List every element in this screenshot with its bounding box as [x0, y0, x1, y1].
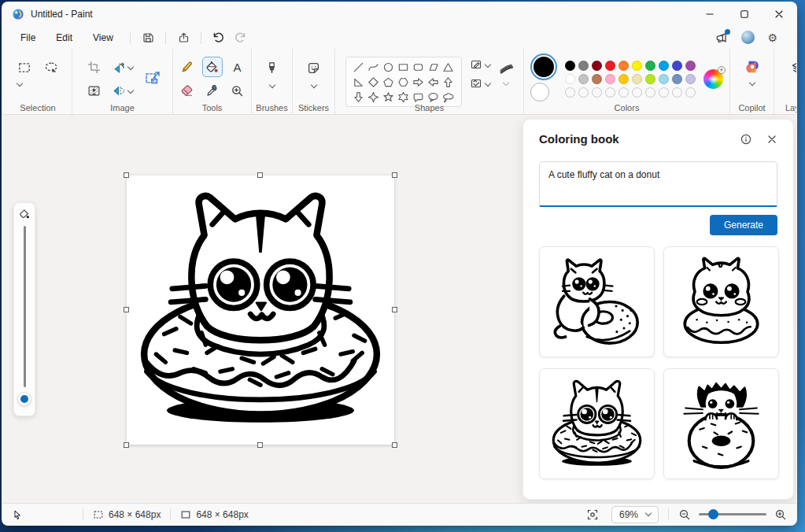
- maximize-button[interactable]: [727, 2, 762, 26]
- shape-right-triangle-icon[interactable]: [353, 76, 364, 88]
- color-swatch[interactable]: [592, 74, 602, 84]
- copilot-dropdown[interactable]: [750, 80, 755, 90]
- zoom-slider-track[interactable]: [699, 513, 766, 515]
- color-swatch[interactable]: [645, 61, 655, 71]
- color-swatch[interactable]: [578, 74, 589, 84]
- shape-triangle-icon[interactable]: [442, 61, 454, 73]
- background-color-swatch[interactable]: [530, 83, 549, 102]
- shape-arrow-right-icon[interactable]: [412, 76, 424, 88]
- resize-image-button[interactable]: [141, 67, 164, 91]
- color-swatch[interactable]: [565, 61, 575, 71]
- empty-color-slot[interactable]: [565, 87, 575, 98]
- resize-handle[interactable]: [392, 172, 397, 178]
- generate-button[interactable]: Generate: [710, 215, 777, 235]
- layers-button[interactable]: [788, 57, 798, 78]
- generated-image-3[interactable]: [539, 368, 655, 479]
- stickers-dropdown[interactable]: [312, 83, 316, 92]
- rectangle-select-button[interactable]: [14, 57, 35, 78]
- zoom-level-dropdown[interactable]: 69%: [611, 506, 659, 523]
- menu-file[interactable]: File: [10, 29, 46, 46]
- brushes-dropdown[interactable]: [270, 83, 275, 92]
- color-swatch[interactable]: [632, 61, 642, 71]
- resize-handle[interactable]: [124, 307, 129, 312]
- shape-star-6-icon[interactable]: [397, 91, 409, 103]
- generated-image-1[interactable]: [539, 246, 655, 357]
- color-swatch[interactable]: [659, 74, 669, 84]
- shape-quadrilateral-icon[interactable]: [427, 61, 439, 73]
- crop-button[interactable]: [84, 57, 105, 77]
- empty-color-slot[interactable]: [619, 87, 629, 98]
- empty-color-slot[interactable]: [605, 87, 615, 98]
- resize-handle[interactable]: [124, 442, 129, 448]
- color-swatch[interactable]: [619, 61, 629, 71]
- shapes-gallery[interactable]: [345, 57, 462, 107]
- color-swatch[interactable]: [578, 61, 589, 71]
- resize-handle[interactable]: [392, 442, 397, 448]
- stickers-button[interactable]: [304, 57, 324, 78]
- prompt-input[interactable]: A cute fluffy cat on a donut: [539, 161, 777, 207]
- empty-color-slot[interactable]: [645, 87, 655, 98]
- shape-speech-cloud-icon[interactable]: [442, 91, 454, 103]
- empty-color-slot[interactable]: [685, 87, 696, 98]
- empty-color-slot[interactable]: [672, 87, 682, 98]
- close-button[interactable]: [762, 2, 796, 26]
- color-swatch[interactable]: [672, 74, 682, 84]
- empty-color-slot[interactable]: [632, 87, 642, 98]
- foreground-color-swatch[interactable]: [534, 57, 554, 77]
- resize-handle[interactable]: [392, 307, 397, 312]
- redo-button[interactable]: [230, 28, 252, 47]
- color-swatch[interactable]: [685, 74, 696, 84]
- shape-line-icon[interactable]: [353, 61, 364, 73]
- resize-handle[interactable]: [124, 172, 129, 178]
- zoom-slider-thumb[interactable]: [708, 509, 718, 519]
- save-button[interactable]: [137, 28, 159, 47]
- minimize-button[interactable]: [692, 2, 727, 26]
- shape-hexagon-icon[interactable]: [397, 76, 409, 88]
- shape-curve-icon[interactable]: [367, 61, 379, 73]
- shape-speech-rounded-icon[interactable]: [412, 91, 424, 103]
- color-swatch[interactable]: [605, 61, 615, 71]
- resize-handle[interactable]: [257, 442, 263, 448]
- copilot-button[interactable]: [742, 57, 763, 77]
- flip-button[interactable]: [109, 80, 136, 101]
- rotate-button[interactable]: [109, 57, 136, 77]
- shape-oval-icon[interactable]: [382, 61, 394, 73]
- shape-arrow-up-icon[interactable]: [442, 76, 454, 88]
- menu-edit[interactable]: Edit: [46, 29, 83, 46]
- stroke-size-button[interactable]: [498, 61, 514, 74]
- selection-dropdown[interactable]: [17, 81, 22, 91]
- color-swatch[interactable]: [645, 74, 655, 84]
- shape-pentagon-icon[interactable]: [382, 76, 394, 88]
- generated-image-4[interactable]: [663, 368, 779, 479]
- generated-image-2[interactable]: [663, 246, 779, 357]
- shape-fill-button[interactable]: [470, 77, 490, 90]
- empty-color-slot[interactable]: [659, 87, 669, 98]
- shape-star-4-icon[interactable]: [367, 91, 379, 103]
- info-icon[interactable]: [740, 133, 752, 146]
- shape-arrow-left-icon[interactable]: [427, 76, 439, 88]
- canvas[interactable]: [127, 175, 394, 445]
- color-swatch[interactable]: [659, 61, 669, 71]
- close-panel-icon[interactable]: [766, 134, 777, 145]
- eraser-tool-button[interactable]: [177, 80, 198, 101]
- shape-rectangle-icon[interactable]: [397, 61, 409, 73]
- size-slider-track[interactable]: [24, 226, 26, 387]
- shape-outline-button[interactable]: [470, 58, 490, 71]
- empty-color-slot[interactable]: [578, 87, 589, 98]
- free-select-button[interactable]: [41, 57, 61, 78]
- magnifier-tool-button[interactable]: [227, 80, 248, 101]
- fit-to-screen-icon[interactable]: [586, 508, 599, 521]
- menu-view[interactable]: View: [83, 29, 124, 46]
- color-swatch[interactable]: [605, 74, 615, 84]
- shape-rounded-rectangle-icon[interactable]: [412, 61, 424, 73]
- text-tool-button[interactable]: A: [227, 57, 248, 77]
- zoom-in-icon[interactable]: [774, 508, 787, 521]
- color-swatch[interactable]: [592, 61, 602, 71]
- chevron-down-icon[interactable]: [502, 79, 508, 86]
- feedback-button[interactable]: [715, 31, 729, 45]
- undo-button[interactable]: [208, 28, 230, 47]
- shape-diamond-icon[interactable]: [367, 76, 379, 88]
- color-picker-button[interactable]: [202, 80, 223, 101]
- fill-tool-button[interactable]: [202, 57, 223, 77]
- resize-handle[interactable]: [257, 172, 263, 178]
